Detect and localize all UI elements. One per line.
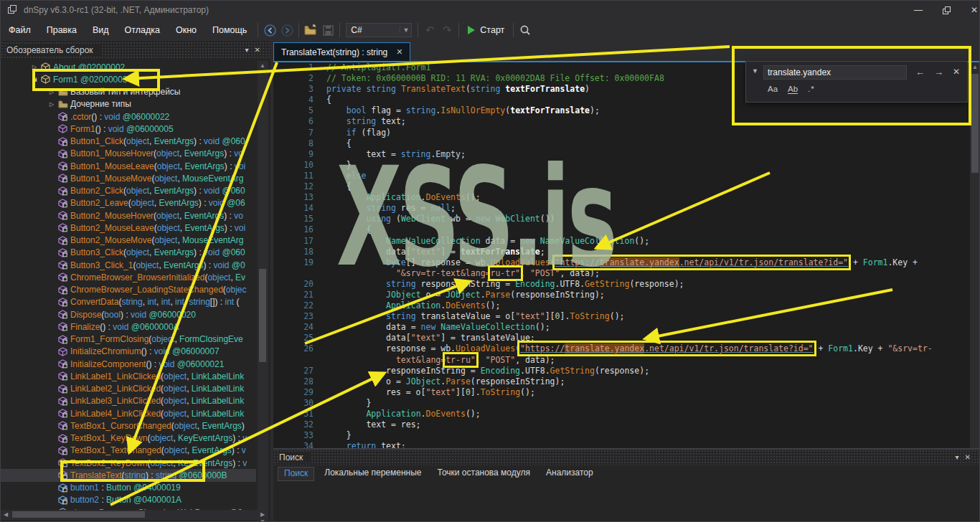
tree-item[interactable]: TranslateText(string) : string @0600000B: [1, 469, 256, 481]
tree-item[interactable]: LinkLabel3_LinkClicked(object, LinkLabel…: [1, 395, 256, 407]
tree-item[interactable]: LinkLabel1_LinkClicked(object, LinkLabel…: [1, 370, 256, 382]
whole-word-toggle[interactable]: Ab: [788, 85, 798, 94]
menu-item[interactable]: Помощь: [204, 19, 255, 41]
tree-item[interactable]: Button2_Click(object, EventArgs) : void …: [1, 185, 256, 197]
tree-item[interactable]: Form1_FormClosing(object, FormClosingEve: [1, 333, 256, 346]
tree-item[interactable]: ChromeBrowser_LoadingStateChanged(objec: [1, 284, 256, 296]
document-tab-label: TranslateText(string) : string: [281, 47, 387, 57]
code-line: 8 {: [273, 138, 968, 149]
tree-item-label: About @02000002: [53, 62, 125, 72]
tree-item[interactable]: Button1_MouseMove(object, MouseEventArg: [1, 172, 256, 184]
tree-item[interactable]: .cctor() : void @06000022: [1, 110, 256, 123]
tree-item[interactable]: TextBox2_KeyDown(object, KeyEventArgs) :…: [1, 457, 256, 469]
tree-item[interactable]: TextBox1_CursorChanged(object, EventArgs…: [1, 419, 256, 432]
code-text: string translateValue = o["text"][0].ToS…: [326, 311, 625, 322]
panel-chevron-icon[interactable]: ▾: [956, 453, 965, 461]
title-bar: dnSpy v6.3.0-rc1 (32-bit, .NET, Админист…: [1, 1, 980, 19]
editor-vertical-scrollbar[interactable]: ▲▼: [970, 62, 980, 474]
tree-item[interactable]: Dispose(bool) : void @06000020: [1, 308, 256, 321]
tree-item[interactable]: Button3_Click_1(object, EventArgs) : voi…: [1, 259, 256, 271]
tree-item[interactable]: Button2_MouseHover(object, EventArgs) : …: [1, 209, 256, 222]
chevron-down-icon[interactable]: ▼: [752, 67, 758, 75]
start-label: Старт: [480, 25, 504, 35]
bottom-panel-tab[interactable]: Анализатор: [540, 467, 599, 481]
expander-collapsed-icon[interactable]: ▷: [45, 89, 58, 95]
menu-item[interactable]: Отладка: [117, 19, 168, 41]
code-text: text = res;: [326, 419, 421, 430]
expander-collapsed-icon[interactable]: ▷: [45, 101, 58, 108]
tree-item[interactable]: Button1_MouseHover(object, EventArgs) : …: [1, 148, 256, 160]
menu-item[interactable]: Окно: [168, 19, 204, 41]
line-number: 15: [273, 214, 314, 224]
method-icon: [58, 124, 70, 133]
language-value: C#: [347, 25, 400, 35]
private-method-icon: [58, 470, 70, 480]
tree-item[interactable]: button1 : Button @04000019: [1, 482, 256, 494]
tab-close-icon[interactable]: ✕: [396, 47, 402, 57]
bottom-panel-tab[interactable]: Точки останова модуля: [432, 467, 537, 481]
find-previous-icon[interactable]: ←: [915, 67, 925, 77]
tree-item[interactable]: InitializeComponent() : void @06000021: [1, 358, 256, 370]
close-button[interactable]: ✕: [962, 1, 980, 19]
tree-item[interactable]: button2 : Button @0400001A: [1, 494, 256, 506]
tree-item[interactable]: InitializeChromium() : void @06000007: [1, 346, 256, 358]
tree-horizontal-scrollbar[interactable]: ◀▶: [1, 510, 268, 520]
find-next-icon[interactable]: →: [934, 67, 943, 77]
tree-item[interactable]: ◢Form1 @02000003: [1, 73, 256, 85]
line-number: 30: [273, 398, 314, 409]
tree-vertical-scrollbar[interactable]: ▲▼: [258, 61, 268, 522]
tree-item[interactable]: TextBox1_TextChanged(object, EventArgs) …: [1, 445, 256, 457]
panel-close-icon[interactable]: ✕: [965, 453, 976, 461]
panel-close-icon[interactable]: ✕: [255, 46, 266, 54]
code-line: 28 o = JObject.Parse(responseInString);: [273, 376, 968, 387]
line-number: 9: [273, 149, 314, 160]
tree-item[interactable]: Button2_Leave(object, EventArgs) : void …: [1, 197, 256, 209]
code-area[interactable]: 1// AntiplagiatT.Form12// Token: 0x06000…: [273, 62, 968, 474]
find-input[interactable]: translate.yandex: [763, 65, 907, 80]
tree-item[interactable]: Form1() : void @06000005: [1, 123, 256, 135]
tree-item[interactable]: ChromeBrowser_BrowserInitialized(object,…: [1, 271, 256, 283]
tree-item-label: Dispose(bool) : void @06000020: [70, 310, 196, 320]
navigate-back-icon[interactable]: [261, 22, 278, 38]
tree-item[interactable]: Finalize() : void @0600000A: [1, 321, 256, 333]
menu-item[interactable]: Файл: [1, 19, 39, 41]
tree-item-label: TextBox1_CursorChanged(object, EventArgs…: [70, 421, 245, 431]
save-icon[interactable]: [319, 22, 336, 38]
open-file-icon[interactable]: [302, 22, 319, 38]
regex-toggle[interactable]: .*: [808, 85, 815, 93]
language-combobox[interactable]: C# ▼: [346, 23, 412, 37]
match-case-toggle[interactable]: Aa: [768, 85, 778, 93]
document-tab[interactable]: TranslateText(string) : string ✕: [273, 42, 410, 61]
start-debug-button[interactable]: Старт: [462, 22, 510, 38]
expander-collapsed-icon[interactable]: ▷: [28, 64, 41, 70]
tree-item[interactable]: Button1_MouseLeave(object, EventArgs) : …: [1, 160, 256, 172]
private-method-icon: [58, 335, 70, 344]
line-number: 23: [273, 311, 314, 322]
tree-item[interactable]: Button2_MouseLeave(object, EventArgs) : …: [1, 222, 256, 234]
tree-item[interactable]: ConvertData(string, int, int, int, strin…: [1, 296, 256, 308]
find-close-icon[interactable]: ✕: [953, 67, 960, 77]
tree-item[interactable]: TextBox1_KeyDown(object, KeyEventArgs) :…: [1, 432, 256, 445]
menu-item[interactable]: Правка: [39, 19, 85, 41]
tree-item[interactable]: ▷Дочерние типы: [1, 98, 256, 110]
tree-item[interactable]: Button2_MouseMove(object, MouseEventArg: [1, 234, 256, 247]
bottom-panel-tab[interactable]: Поиск: [278, 467, 314, 481]
menu-item[interactable]: Вид: [85, 19, 117, 41]
tree-item[interactable]: LinkLabel2_LinkClicked(object, LinkLabel…: [1, 383, 256, 395]
undo-icon[interactable]: ↶: [421, 22, 438, 38]
minimize-button[interactable]: —: [906, 1, 930, 19]
tree-item[interactable]: LinkLabel4_LinkClicked(object, LinkLabel…: [1, 407, 256, 419]
tree-item-label: Button1_MouseLeave(object, EventArgs) : …: [70, 161, 245, 171]
redo-icon[interactable]: ↷: [438, 22, 456, 38]
code-text: {: [326, 224, 371, 235]
panel-chevron-icon[interactable]: ▾: [245, 46, 255, 54]
expander-expanded-icon[interactable]: ◢: [28, 76, 41, 82]
bottom-panel-tab[interactable]: Локальные переменные: [319, 467, 427, 481]
search-icon[interactable]: [517, 22, 534, 38]
tree-item[interactable]: ▷About @02000002: [1, 61, 256, 73]
restore-button[interactable]: [934, 1, 958, 19]
navigate-forward-icon[interactable]: [278, 22, 296, 38]
tree-item[interactable]: ▷Базовый тип и интерфейсы: [1, 86, 256, 98]
tree-item[interactable]: Button3_Click(object, EventArgs) : void …: [1, 247, 256, 259]
tree-item[interactable]: Button1_Click(object, EventArgs) : void …: [1, 136, 256, 148]
